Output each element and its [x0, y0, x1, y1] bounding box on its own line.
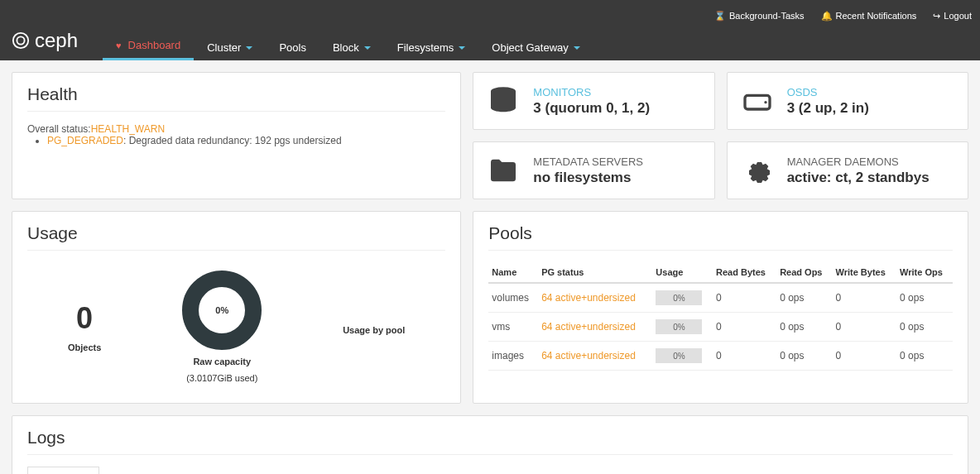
logs-title: Logs: [27, 428, 953, 455]
raw-capacity-donut: 0%: [182, 271, 262, 350]
topbar: ⌛Background-Tasks 🔔Recent Notifications …: [0, 0, 980, 31]
cell-wo: 0 ops: [896, 283, 953, 313]
cell-ro: 0 ops: [776, 313, 832, 342]
gear-icon: [741, 154, 774, 187]
logs-tabs: Cluster log Audit log: [27, 467, 953, 474]
cell-wo: 0 ops: [896, 342, 953, 371]
cell-pg: 64 active+undersized: [538, 342, 652, 371]
monitors-card[interactable]: MONITORS3 (quorum 0, 1, 2): [473, 72, 714, 130]
pools-table: Name PG status Usage Read Bytes Read Ops…: [488, 262, 953, 371]
table-row[interactable]: images 64 active+undersized 0% 0 0 ops 0…: [488, 342, 953, 371]
logs-panel: Logs Cluster log Audit log: [12, 415, 968, 474]
cell-ro: 0 ops: [776, 342, 832, 371]
folder-icon: [487, 154, 520, 187]
cell-usage: 0%: [652, 342, 713, 371]
chevron-down-icon: [364, 46, 371, 50]
raw-capacity-col: 0% Raw capacity (3.0107GiB used): [182, 271, 262, 383]
tab-cluster-log[interactable]: Cluster log: [27, 467, 99, 474]
cell-wb: 0: [833, 342, 897, 371]
hdd-icon: [741, 84, 774, 117]
monitors-title: MONITORS: [533, 86, 650, 98]
svg-point-1: [17, 36, 24, 44]
th-pg[interactable]: PG status: [538, 262, 652, 283]
nav-pools[interactable]: Pools: [266, 33, 319, 60]
cell-usage: 0%: [652, 313, 713, 342]
nav-dashboard[interactable]: Dashboard: [103, 31, 194, 60]
mgr-title: MANAGER DAEMONS: [787, 156, 930, 168]
status-grid: MONITORS3 (quorum 0, 1, 2) OSDS3 (2 up, …: [473, 72, 968, 199]
mds-value: no filesystems: [533, 170, 643, 186]
mds-title: METADATA SERVERS: [533, 156, 643, 168]
cell-ro: 0 ops: [776, 283, 832, 313]
th-wb[interactable]: Write Bytes: [833, 262, 897, 283]
cell-wo: 0 ops: [896, 313, 953, 342]
cell-pg: 64 active+undersized: [538, 313, 652, 342]
nav-cluster[interactable]: Cluster: [194, 33, 266, 60]
chevron-down-icon: [459, 46, 465, 50]
cell-name: images: [488, 342, 538, 371]
cell-rb: 0: [713, 342, 776, 371]
usage-panel: Usage 0 Objects 0% Raw capacity (3.0107G…: [12, 211, 461, 404]
th-usage[interactable]: Usage: [652, 262, 713, 283]
health-title: Health: [27, 84, 445, 112]
nav-filesystems[interactable]: Filesystems: [384, 33, 479, 60]
bell-icon: 🔔: [821, 11, 833, 22]
objects-col: 0 Objects: [68, 301, 101, 352]
osds-title: OSDS: [787, 86, 869, 98]
cell-wb: 0: [833, 313, 897, 342]
table-row[interactable]: vms 64 active+undersized 0% 0 0 ops 0 0 …: [488, 313, 953, 342]
usage-by-pool-col: Usage by pool: [343, 318, 405, 335]
chevron-down-icon: [246, 46, 252, 50]
th-wo[interactable]: Write Ops: [896, 262, 953, 283]
notifications-link[interactable]: 🔔Recent Notifications: [821, 11, 917, 22]
navbar: ceph Dashboard Cluster Pools Block Files…: [0, 31, 980, 60]
mgr-value: active: ct, 2 standbys: [787, 170, 930, 186]
cell-name: vms: [488, 313, 538, 342]
database-icon: [487, 84, 520, 117]
health-status: Overall status:HEALTH_WARN PG_DEGRADED: …: [27, 123, 445, 146]
cell-pg: 64 active+undersized: [538, 283, 652, 313]
th-name[interactable]: Name: [488, 262, 538, 283]
osds-card[interactable]: OSDS3 (2 up, 2 in): [727, 72, 968, 130]
logout-icon: ↪: [933, 11, 940, 22]
cell-name: volumes: [488, 283, 538, 313]
cell-rb: 0: [713, 313, 776, 342]
mgr-card[interactable]: MANAGER DAEMONSactive: ct, 2 standbys: [727, 141, 968, 199]
ceph-logo-icon: [12, 31, 30, 50]
table-row[interactable]: volumes 64 active+undersized 0% 0 0 ops …: [488, 283, 953, 313]
osds-value: 3 (2 up, 2 in): [787, 100, 869, 117]
brand-logo[interactable]: ceph: [12, 29, 103, 60]
mds-card[interactable]: METADATA SERVERSno filesystems: [473, 141, 714, 199]
pools-title: Pools: [488, 223, 953, 251]
cell-usage: 0%: [652, 283, 713, 313]
th-ro[interactable]: Read Ops: [776, 262, 832, 283]
svg-point-0: [13, 33, 28, 48]
background-tasks-link[interactable]: ⌛Background-Tasks: [714, 11, 805, 22]
nav-object-gateway[interactable]: Object Gateway: [478, 33, 593, 60]
logout-link[interactable]: ↪Logout: [933, 11, 972, 22]
health-panel: Health Overall status:HEALTH_WARN PG_DEG…: [12, 72, 461, 199]
usage-title: Usage: [27, 223, 445, 251]
monitors-value: 3 (quorum 0, 1, 2): [533, 100, 650, 117]
chevron-down-icon: [574, 46, 580, 50]
cell-rb: 0: [713, 283, 776, 313]
cell-wb: 0: [833, 283, 897, 313]
objects-count: 0: [68, 301, 101, 336]
hourglass-icon: ⌛: [714, 11, 726, 22]
nav-block[interactable]: Block: [319, 33, 384, 60]
tab-audit-log[interactable]: Audit log: [99, 467, 163, 474]
pools-panel: Pools Name PG status Usage Read Bytes Re…: [473, 211, 968, 404]
svg-point-4: [764, 101, 766, 103]
th-rb[interactable]: Read Bytes: [713, 262, 776, 283]
